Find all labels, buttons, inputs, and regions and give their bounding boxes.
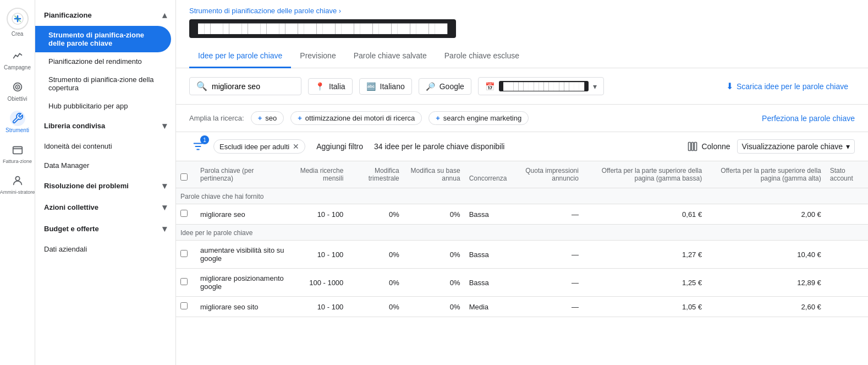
nav-campagne[interactable]: Campagne bbox=[0, 45, 35, 74]
cell-offerta-bassa: 0,61 € bbox=[583, 204, 706, 225]
location-filter[interactable]: 📍 Italia bbox=[308, 78, 353, 95]
download-label: Scarica idee per le parole chiave bbox=[737, 82, 848, 91]
menu-item-rendimento[interactable]: Pianificazione del rendimento bbox=[35, 52, 171, 70]
menu-item-hub-app[interactable]: Hub pubblicitario per app bbox=[35, 97, 171, 115]
nav-create[interactable]: Crea bbox=[0, 4, 35, 40]
tab-idee-parole-chiave[interactable]: Idee per le parole chiave bbox=[189, 45, 291, 68]
cell-monthly: 100 - 1000 bbox=[290, 269, 348, 297]
breadcrumb-link[interactable]: Strumento di pianificazione delle parole… bbox=[189, 7, 341, 15]
menu-section-dati[interactable]: Dati aziendali bbox=[35, 239, 175, 259]
svg-rect-8 bbox=[695, 143, 697, 151]
amplia-chip-sem[interactable]: + search engine marketing bbox=[428, 111, 529, 125]
menu-section-pianificazione[interactable]: Pianificazione ▴ bbox=[35, 4, 175, 26]
cell-concorrenza: Bassa bbox=[465, 269, 512, 297]
cell-quota: — bbox=[511, 269, 583, 297]
table-wrapper: Parola chiave (per pertinenza) Media ric… bbox=[176, 161, 868, 365]
cell-offerta-alta: 2,00 € bbox=[706, 204, 826, 225]
menu-section-azioni[interactable]: Azioni collettive ▾ bbox=[35, 197, 175, 218]
cell-concorrenza: Bassa bbox=[465, 241, 512, 269]
columns-button[interactable]: Colonne bbox=[687, 141, 730, 152]
engine-icon: 🔎 bbox=[426, 82, 435, 91]
breadcrumb: Strumento di pianificazione delle parole… bbox=[176, 0, 868, 15]
data-manager-label: Data Manager bbox=[44, 161, 89, 170]
amplia-chip-ottimizzazione[interactable]: + ottimizzazione dei motori di ricerca bbox=[290, 111, 422, 125]
amplia-label: Amplia la ricerca: bbox=[189, 114, 244, 122]
th-quota: Quota impressioni annuncio bbox=[511, 161, 583, 188]
cell-concorrenza: Bassa bbox=[465, 204, 512, 225]
cell-monthly: 10 - 100 bbox=[290, 297, 348, 317]
menu-section-libreria[interactable]: Libreria condivisa ▾ bbox=[35, 115, 175, 137]
cell-quota: — bbox=[511, 241, 583, 269]
strumenti-label: Strumenti bbox=[6, 127, 29, 133]
svg-rect-6 bbox=[689, 143, 691, 151]
nav-obiettivi[interactable]: Obiettivi bbox=[0, 76, 35, 105]
svg-point-5 bbox=[15, 177, 19, 181]
viz-select[interactable]: Visualizzazione parole chiave ▾ bbox=[737, 139, 855, 154]
search-input[interactable] bbox=[212, 82, 294, 91]
search-box[interactable]: 🔍 bbox=[189, 77, 301, 95]
amplia-chip-seo[interactable]: + seo bbox=[251, 111, 284, 125]
nav-fatturazione[interactable]: Fattura-zione bbox=[0, 139, 35, 167]
cell-annua: 0% bbox=[404, 269, 465, 297]
row-checkbox-idea-0[interactable] bbox=[180, 250, 188, 257]
cell-offerta-alta: 10,40 € bbox=[706, 241, 826, 269]
menu-item-parole-chiave[interactable]: Strumento di pianifica-zione delle parol… bbox=[35, 26, 171, 52]
azioni-label: Azioni collettive bbox=[44, 203, 98, 211]
plus-sem-icon: + bbox=[436, 114, 440, 122]
download-button[interactable]: ⬇ Scarica idee per le parole chiave bbox=[719, 78, 855, 95]
filter-badge[interactable]: 1 bbox=[189, 138, 207, 155]
table-controls: 1 Escludi idee per adulti ✕ Aggiungi fil… bbox=[176, 132, 868, 161]
search-icon: 🔍 bbox=[196, 81, 207, 91]
cell-annua: 0% bbox=[404, 204, 465, 225]
row-checkbox-provided-0[interactable] bbox=[180, 210, 188, 217]
location-icon: 📍 bbox=[315, 82, 325, 91]
cell-stato bbox=[826, 297, 868, 317]
fatturazione-label: Fattura-zione bbox=[3, 159, 32, 164]
tab-parole-chiave-salvate[interactable]: Parole chiave salvate bbox=[345, 45, 436, 68]
menu-panel: Pianificazione ▴ Strumento di pianifica-… bbox=[35, 0, 176, 365]
menu-section-data-manager[interactable]: Data Manager bbox=[35, 156, 175, 175]
viz-label: Visualizzazione parole chiave bbox=[742, 142, 843, 151]
th-concorrenza: Concorrenza bbox=[465, 161, 512, 188]
cell-stato bbox=[826, 269, 868, 297]
cell-quota: — bbox=[511, 297, 583, 317]
filter-row: 🔍 📍 Italia 🔤 Italiano 🔎 Google 📅 ███████… bbox=[176, 68, 868, 105]
chevron-down-viz-icon: ▾ bbox=[846, 142, 850, 151]
page-title: ████████████████████████████████████████ bbox=[189, 19, 456, 38]
th-offerta-alta: Offerta per la parte superiore della pag… bbox=[706, 161, 826, 188]
create-label: Crea bbox=[12, 31, 24, 37]
language-filter[interactable]: 🔤 Italiano bbox=[359, 78, 412, 95]
add-filter-button[interactable]: Aggiungi filtro bbox=[312, 140, 367, 153]
engine-filter[interactable]: 🔎 Google bbox=[419, 78, 471, 95]
cell-keyword: migliorare seo sito bbox=[196, 297, 290, 317]
menu-section-risoluzione[interactable]: Risoluzione dei problemi ▾ bbox=[35, 175, 175, 197]
location-label: Italia bbox=[329, 82, 345, 91]
amplia-chip-ottimizzazione-label: ottimizzazione dei motori di ricerca bbox=[305, 114, 415, 122]
nav-amministratore[interactable]: Ammini-stratore bbox=[0, 170, 35, 198]
cell-offerta-bassa: 1,27 € bbox=[583, 241, 706, 269]
cell-concorrenza: Media bbox=[465, 297, 512, 317]
select-all-checkbox[interactable] bbox=[180, 173, 188, 181]
row-checkbox-idea-2[interactable] bbox=[180, 302, 188, 309]
tab-parole-chiave-escluse[interactable]: Parole chiave escluse bbox=[436, 45, 528, 68]
cell-keyword: migliorare seo bbox=[196, 204, 290, 225]
tabs-bar: Idee per le parole chiave Previsione Par… bbox=[176, 45, 868, 68]
section-provided-label: Parole chiave che hai fornito bbox=[176, 188, 868, 204]
exclude-chip-close[interactable]: ✕ bbox=[293, 142, 299, 151]
cell-trimestrale: 0% bbox=[348, 204, 403, 225]
tab-previsione[interactable]: Previsione bbox=[291, 45, 344, 68]
filter-label: Aggiungi filtro bbox=[316, 142, 363, 151]
download-icon: ⬇ bbox=[726, 81, 733, 91]
perfeziona-link[interactable]: Perfeziona le parole chiave bbox=[762, 114, 855, 123]
menu-item-copertura[interactable]: Strumento di pianifica-zione della coper… bbox=[35, 70, 171, 97]
menu-section-budget[interactable]: Budget e offerte ▾ bbox=[35, 218, 175, 239]
nav-strumenti[interactable]: Strumenti bbox=[0, 107, 35, 137]
pianificazione-label: Pianificazione bbox=[44, 11, 92, 19]
th-annua: Modifica su base annua bbox=[404, 161, 465, 188]
cell-trimestrale: 0% bbox=[348, 297, 403, 317]
date-filter[interactable]: 📅 ████████████████ ▾ bbox=[478, 77, 604, 95]
row-checkbox-idea-1[interactable] bbox=[180, 278, 188, 285]
engine-label: Google bbox=[440, 82, 464, 91]
menu-section-idoneita[interactable]: Idoneità dei contenuti bbox=[35, 137, 175, 156]
cell-stato bbox=[826, 241, 868, 269]
